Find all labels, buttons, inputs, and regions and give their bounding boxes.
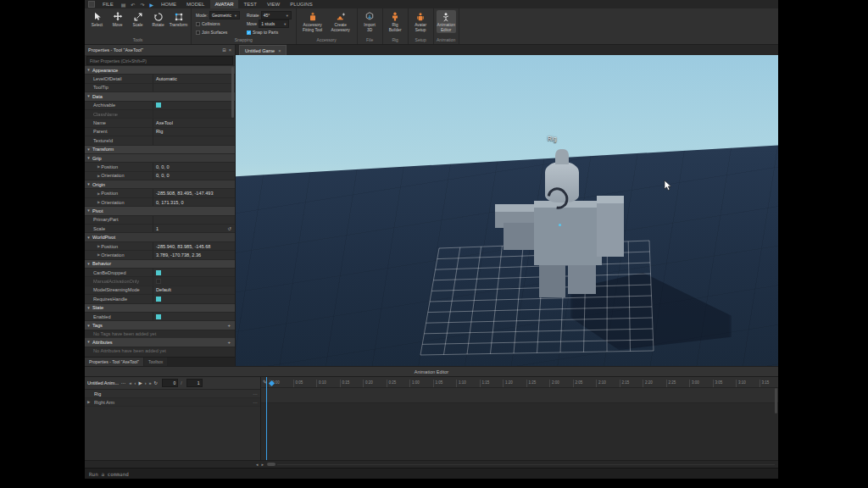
menu-tab-model[interactable]: MODEL bbox=[182, 0, 209, 8]
rig-right-leg[interactable] bbox=[568, 262, 596, 294]
expand-arrow-icon[interactable]: ▶ bbox=[97, 244, 100, 248]
mode-select[interactable]: Geometric▼ bbox=[209, 11, 240, 19]
checkbox[interactable] bbox=[156, 103, 161, 108]
property-value[interactable] bbox=[153, 102, 235, 109]
property-row[interactable]: ▶Position-285.908, 83.495, -147.493 bbox=[85, 189, 235, 197]
loop-icon[interactable]: ↻ bbox=[153, 380, 159, 385]
property-row[interactable]: ToolTip bbox=[85, 84, 235, 92]
redo-icon[interactable]: ↷ bbox=[138, 0, 146, 8]
property-value[interactable] bbox=[153, 216, 235, 224]
animation-editor-button[interactable]: Animation Editor bbox=[437, 10, 456, 33]
property-row[interactable]: RequiresHandle bbox=[85, 295, 235, 303]
property-row[interactable]: ClassName bbox=[85, 110, 235, 119]
property-value[interactable]: 0, 171.315, 0 bbox=[153, 198, 235, 206]
property-group-header[interactable]: ▼Grip bbox=[85, 154, 235, 163]
track-row[interactable]: Rig⋯ bbox=[85, 390, 260, 398]
property-row[interactable]: ▶Orientation3.789, -170.738, 2.36 bbox=[85, 251, 235, 259]
rotate-snap-select[interactable]: 45°▼ bbox=[261, 11, 292, 19]
snap-to-parts-checkbox[interactable]: ✓ bbox=[247, 30, 251, 35]
property-group-header[interactable]: ▼Origin bbox=[85, 180, 235, 189]
panel-popout-icon[interactable]: ⊟ bbox=[222, 47, 226, 53]
collapse-arrow-icon[interactable]: ▼ bbox=[85, 208, 92, 213]
collapse-arrow-icon[interactable]: ▼ bbox=[85, 94, 92, 98]
skip-to-start-icon[interactable]: « bbox=[129, 380, 133, 385]
collapse-arrow-icon[interactable]: ▼ bbox=[85, 147, 92, 152]
property-group-header[interactable]: ▼WorldPivot bbox=[85, 233, 235, 241]
collisions-checkbox[interactable] bbox=[196, 22, 200, 26]
timeline-ruler[interactable]: ✎ 0:000:050:100:150:200:251:001:051:101:… bbox=[261, 377, 778, 388]
property-row[interactable]: Scale1↺ bbox=[85, 225, 235, 233]
property-value[interactable] bbox=[153, 110, 235, 118]
save-icon[interactable]: ▤ bbox=[120, 0, 128, 8]
reset-icon[interactable]: ↺ bbox=[227, 226, 235, 231]
property-value[interactable]: Automatic bbox=[153, 75, 235, 82]
scale-tool-button[interactable]: Scale bbox=[128, 10, 147, 29]
menu-file[interactable]: FILE bbox=[98, 0, 118, 8]
property-value[interactable]: 3.789, -170.738, 2.36 bbox=[153, 251, 235, 258]
section-header[interactable]: ▼Tags+ bbox=[85, 321, 235, 330]
property-value[interactable]: -285.940, 83.985, -145.68 bbox=[153, 242, 235, 250]
expand-arrow-icon[interactable]: ▶ bbox=[97, 252, 100, 257]
property-value[interactable] bbox=[153, 295, 235, 302]
rotate-tool-button[interactable]: Rotate bbox=[148, 10, 168, 29]
timeline-scrollbar-track[interactable] bbox=[277, 464, 775, 465]
property-row[interactable]: ModelStreamingModeDefault bbox=[85, 286, 235, 295]
accessory-fitting-tool-button[interactable]: Accessory Fitting Tool bbox=[299, 10, 326, 33]
move-tool-button[interactable]: Move bbox=[108, 10, 127, 29]
menu-tab-view[interactable]: VIEW bbox=[263, 0, 284, 8]
panel-close-icon[interactable]: × bbox=[229, 47, 231, 53]
current-frame-field[interactable]: 0 bbox=[162, 379, 178, 387]
checkbox[interactable] bbox=[156, 314, 161, 319]
add-icon[interactable]: + bbox=[227, 323, 235, 328]
track-expand-icon[interactable]: ▶ bbox=[87, 400, 92, 404]
track-menu-icon[interactable]: ⋯ bbox=[253, 400, 259, 405]
play-icon[interactable]: ▶ bbox=[147, 0, 155, 8]
playhead[interactable] bbox=[266, 377, 267, 460]
rig-right-arm[interactable] bbox=[597, 196, 624, 257]
property-row[interactable]: CanBeDropped bbox=[85, 269, 235, 277]
property-value[interactable]: 0, 0, 0 bbox=[153, 163, 235, 170]
menu-tab-home[interactable]: HOME bbox=[157, 0, 181, 8]
filter-properties-input[interactable]: Filter Properties (Ctrl+Shift+P) bbox=[86, 56, 233, 65]
section-header[interactable]: ▼Data bbox=[85, 92, 235, 101]
property-value[interactable]: AxeTool bbox=[153, 119, 235, 126]
tab-close-icon[interactable]: × bbox=[278, 48, 281, 53]
menu-tab-plugins[interactable]: PLUGINS bbox=[286, 0, 316, 8]
property-row[interactable]: Archivable bbox=[85, 102, 235, 110]
checkbox[interactable] bbox=[156, 270, 161, 275]
property-value[interactable] bbox=[153, 84, 235, 92]
command-bar[interactable]: Run a command bbox=[85, 468, 778, 479]
document-tab-untitled-game[interactable]: Untitled Game × bbox=[239, 45, 287, 55]
step-back-icon[interactable]: ‹ bbox=[134, 380, 137, 385]
property-value[interactable] bbox=[153, 136, 235, 144]
section-header[interactable]: ▼Attributes+ bbox=[85, 338, 235, 347]
track-row[interactable]: ▶Right Arm⋯ bbox=[85, 398, 260, 407]
property-row[interactable]: ▶Orientation0, 171.315, 0 bbox=[85, 198, 235, 207]
panel-tab-properties[interactable]: Properties - Tool "AxeTool" bbox=[85, 358, 144, 366]
property-row[interactable]: TextureId bbox=[85, 136, 235, 145]
section-header[interactable]: ▼Behavior bbox=[85, 260, 235, 269]
rig-builder-button[interactable]: Rig Builder bbox=[386, 10, 405, 33]
timeline-scrollbar-vertical[interactable] bbox=[775, 388, 777, 413]
property-value[interactable] bbox=[153, 277, 235, 285]
collapse-arrow-icon[interactable]: ▼ bbox=[85, 68, 92, 72]
avatar-setup-button[interactable]: Avatar Setup bbox=[411, 10, 431, 33]
undo-icon[interactable]: ↶ bbox=[129, 0, 136, 8]
property-row[interactable]: ▶Orientation0, 0, 0 bbox=[85, 172, 235, 180]
move-snap-select[interactable]: 1 studs▼ bbox=[259, 19, 289, 28]
property-row[interactable]: PrimaryPart bbox=[85, 216, 235, 225]
menu-tab-test[interactable]: TEST bbox=[240, 0, 261, 8]
property-value[interactable]: 0, 0, 0 bbox=[153, 172, 235, 180]
property-value[interactable]: -285.908, 83.495, -147.493 bbox=[153, 189, 235, 197]
property-row[interactable]: Enabled bbox=[85, 313, 235, 321]
timeline[interactable]: ✎ 0:000:050:100:150:200:251:001:051:101:… bbox=[261, 377, 778, 460]
collapse-arrow-icon[interactable]: ▼ bbox=[85, 306, 92, 310]
clip-menu-icon[interactable]: ⋯ bbox=[120, 380, 127, 385]
collapse-arrow-icon[interactable]: ▼ bbox=[85, 340, 92, 344]
rig-left-leg[interactable] bbox=[539, 263, 565, 297]
timeline-scrollbar-thumb[interactable] bbox=[267, 463, 275, 466]
scroll-right-icon[interactable]: ▸ bbox=[260, 462, 266, 467]
checkbox[interactable] bbox=[156, 279, 161, 284]
timeline-track-lane[interactable] bbox=[261, 387, 778, 403]
add-icon[interactable]: + bbox=[227, 340, 235, 345]
